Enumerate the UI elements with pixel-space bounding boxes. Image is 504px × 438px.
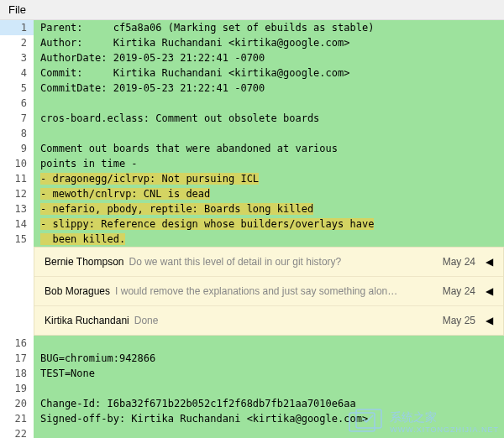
line-text: BUG=chromium:942866 — [34, 351, 504, 366]
code-line[interactable]: 20Change-Id: I6ba32f671b22b052c1f2f68db7… — [0, 396, 504, 411]
comment-date: May 24 — [443, 285, 475, 297]
line-number: 17 — [0, 351, 34, 366]
file-menu[interactable]: File — [8, 3, 26, 16]
code-line[interactable]: 7cros-board.eclass: Comment out obsolete… — [0, 111, 504, 126]
comment-text: I would remove the explanations and just… — [115, 285, 438, 297]
line-text: CommitDate: 2019-05-23 21:22:41 -0700 — [34, 81, 504, 96]
line-text: cros-board.eclass: Comment out obsolete … — [34, 111, 504, 126]
line-number: 12 — [0, 186, 34, 201]
code-line[interactable]: 19 — [0, 381, 504, 396]
line-text: Commit: Kirtika Ruchandani <kirtika@goog… — [34, 65, 504, 81]
line-text: points in time - — [34, 156, 504, 171]
code-line[interactable]: 12- mewoth/cnlrvp: CNL is dead — [0, 186, 504, 201]
line-text: - slippy: Reference design whose builder… — [34, 216, 504, 232]
expand-arrow-icon[interactable]: ◀ — [486, 285, 493, 297]
comment-text: Do we want this level of detail in our g… — [129, 256, 438, 268]
line-number: 6 — [0, 96, 34, 111]
line-number: 3 — [0, 50, 34, 65]
code-line[interactable]: 18TEST=None — [0, 366, 504, 381]
line-number: 20 — [0, 396, 34, 411]
line-number: 7 — [0, 111, 34, 126]
menubar: File — [0, 0, 504, 20]
line-number: 11 — [0, 171, 34, 186]
inline-comments-panel: Bernie ThompsonDo we want this level of … — [34, 247, 504, 336]
comment-row[interactable]: Bernie ThompsonDo we want this level of … — [34, 248, 503, 277]
line-text — [34, 426, 504, 438]
code-line[interactable]: 1Parent: cf5a8a06 (Marking set of ebuild… — [0, 20, 504, 35]
code-line[interactable]: 14- slippy: Reference design whose build… — [0, 216, 504, 232]
line-text: - dragonegg/iclrvp: Not pursuing ICL — [34, 171, 504, 186]
line-number: 5 — [0, 81, 34, 96]
code-line[interactable]: 17BUG=chromium:942866 — [0, 351, 504, 366]
code-line[interactable]: 13- nefario, pbody, reptile: Boards long… — [0, 201, 504, 216]
code-line[interactable]: 4Commit: Kirtika Ruchandani <kirtika@goo… — [0, 65, 504, 81]
expand-arrow-icon[interactable]: ◀ — [486, 256, 493, 268]
line-text: Change-Id: I6ba32f671b22b052c1f2f68db7fb… — [34, 396, 504, 411]
code-line[interactable]: 11- dragonegg/iclrvp: Not pursuing ICL — [0, 171, 504, 186]
code-line[interactable]: 8 — [0, 126, 504, 141]
line-text: Parent: cf5a8a06 (Marking set of ebuilds… — [34, 20, 504, 35]
line-number: 1 — [0, 20, 34, 35]
line-text: Comment out boards that were abandoned a… — [34, 141, 504, 156]
line-text: Signed-off-by: Kirtika Ruchandani <kirti… — [34, 411, 504, 426]
comment-row[interactable]: Bob MoraguesI would remove the explanati… — [34, 277, 503, 306]
line-number: 21 — [0, 411, 34, 426]
line-number: 2 — [0, 35, 34, 50]
line-text: AuthorDate: 2019-05-23 21:22:41 -0700 — [34, 50, 504, 65]
line-text — [34, 336, 504, 351]
code-line[interactable]: 21Signed-off-by: Kirtika Ruchandani <kir… — [0, 411, 504, 426]
line-text — [34, 126, 504, 141]
code-line[interactable]: 3AuthorDate: 2019-05-23 21:22:41 -0700 — [0, 50, 504, 65]
comment-author: Kirtika Ruchandani — [45, 315, 129, 326]
line-number: 13 — [0, 201, 34, 216]
line-text — [34, 381, 504, 396]
code-line[interactable]: 15 been killed. — [0, 232, 504, 247]
line-text: - mewoth/cnlrvp: CNL is dead — [34, 186, 504, 201]
code-line[interactable]: 10points in time - — [0, 156, 504, 171]
code-diff-view: 1Parent: cf5a8a06 (Marking set of ebuild… — [0, 20, 504, 438]
line-number: 15 — [0, 232, 34, 247]
line-number: 8 — [0, 126, 34, 141]
line-text: Author: Kirtika Ruchandani <kirtika@goog… — [34, 35, 504, 50]
comment-author: Bob Moragues — [45, 285, 110, 297]
line-number: 10 — [0, 156, 34, 171]
expand-arrow-icon[interactable]: ◀ — [486, 315, 493, 326]
line-text: TEST=None — [34, 366, 504, 381]
line-text: - nefario, pbody, reptile: Boards long k… — [34, 201, 504, 216]
code-line[interactable]: 2Author: Kirtika Ruchandani <kirtika@goo… — [0, 35, 504, 50]
comment-row[interactable]: Kirtika RuchandaniDoneMay 25◀ — [34, 306, 503, 335]
comment-author: Bernie Thompson — [45, 256, 124, 268]
line-number: 22 — [0, 426, 34, 438]
code-line[interactable]: 5CommitDate: 2019-05-23 21:22:41 -0700 — [0, 81, 504, 96]
line-number: 14 — [0, 216, 34, 232]
comment-date: May 25 — [443, 315, 475, 326]
code-line[interactable]: 22 — [0, 426, 504, 438]
line-number: 18 — [0, 366, 34, 381]
code-line[interactable]: 6 — [0, 96, 504, 111]
line-number: 4 — [0, 65, 34, 81]
comment-date: May 24 — [443, 256, 475, 268]
line-number: 19 — [0, 381, 34, 396]
code-line[interactable]: 16 — [0, 336, 504, 351]
line-text — [34, 96, 504, 111]
code-line[interactable]: 9Comment out boards that were abandoned … — [0, 141, 504, 156]
comment-text: Done — [134, 315, 438, 326]
line-text: been killed. — [34, 232, 504, 247]
line-number: 9 — [0, 141, 34, 156]
line-number: 16 — [0, 336, 34, 351]
